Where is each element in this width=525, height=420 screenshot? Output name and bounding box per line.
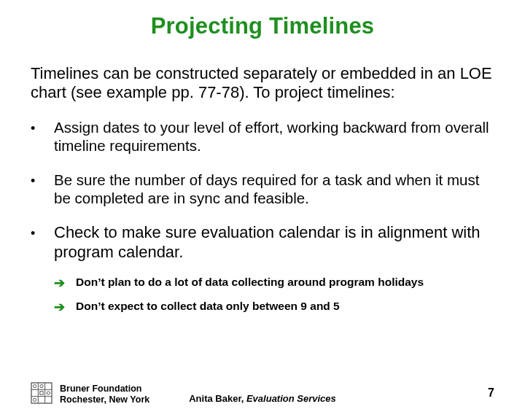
arrow-icon: ➔ [54,276,76,289]
bullet-text: Check to make sure evaluation calendar i… [54,223,494,324]
bullet-list: • Assign dates to your level of effort, … [31,118,494,324]
bullet-marker: • [31,118,54,155]
arrow-icon: ➔ [54,300,76,314]
slide-footer: Bruner Foundation Rochester, New York An… [31,378,494,407]
footer-credit-name: Anita Baker, [189,393,246,404]
bullet-text: Be sure the number of days required for … [54,171,494,207]
intro-text: Timelines can be constructed separately … [31,64,494,102]
bullet-text: Assign dates to your level of effort, wo… [54,118,494,155]
sub-bullet-item: ➔ Don’t plan to do a lot of data collect… [54,276,494,289]
bullet-item: • Be sure the number of days required fo… [31,171,494,207]
slide-title: Projecting Timelines [31,13,494,39]
bullet-item: • Assign dates to your level of effort, … [31,118,494,155]
svg-point-6 [40,385,43,388]
sub-bullet-text: Don’t expect to collect data only betwee… [76,300,494,314]
sub-bullet-text: Don’t plan to do a lot of data collectin… [76,276,494,289]
slide: Projecting Timelines Timelines can be co… [0,0,525,420]
page-number: 7 [488,386,494,400]
bullet-marker: • [31,223,54,324]
bullet-text-main: Check to make sure evaluation calendar i… [54,223,481,261]
footer-credit: Anita Baker, Evaluation Services [31,393,494,404]
bullet-item: • Check to make sure evaluation calendar… [31,223,494,324]
svg-point-5 [34,385,36,388]
sub-bullet-item: ➔ Don’t expect to collect data only betw… [54,300,494,314]
sub-bullet-list: ➔ Don’t plan to do a lot of data collect… [54,276,494,314]
bullet-marker: • [31,171,54,207]
footer-credit-ital: Evaluation Services [246,393,336,404]
